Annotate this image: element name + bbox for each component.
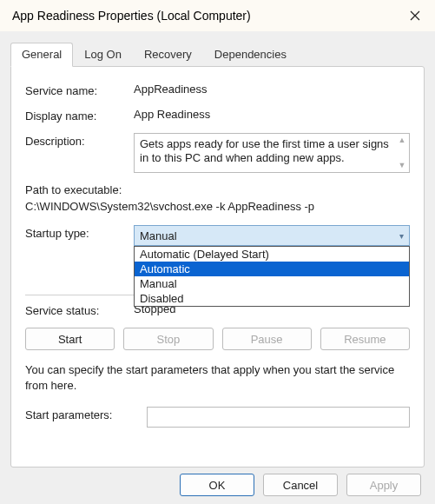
stop-button: Stop: [123, 328, 213, 350]
resume-button: Resume: [320, 328, 410, 350]
pause-button: Pause: [222, 328, 312, 350]
ok-button[interactable]: OK: [180, 474, 254, 496]
display-name-row: Display name: App Readiness: [25, 108, 410, 123]
startup-type-dropdown[interactable]: Automatic (Delayed Start) Automatic Manu…: [134, 246, 410, 307]
path-value: C:\WINDOWS\System32\svchost.exe -k AppRe…: [25, 200, 410, 213]
apply-button: Apply: [346, 474, 421, 496]
startup-type-label: Startup type:: [25, 225, 134, 240]
path-label: Path to executable:: [25, 183, 410, 196]
dialog-body: General Log On Recovery Dependencies Ser…: [0, 31, 435, 466]
startup-type-row: Startup type: Manual ▾ Automatic (Delaye…: [25, 225, 410, 246]
startup-type-selected: Manual: [140, 229, 177, 242]
description-box[interactable]: Gets apps ready for use the first time a…: [134, 133, 410, 173]
description-row: Description: Gets apps ready for use the…: [25, 133, 410, 173]
startup-type-select[interactable]: Manual ▾ Automatic (Delayed Start) Autom…: [134, 225, 410, 246]
scroll-up-icon[interactable]: ▲: [399, 136, 406, 145]
start-params-input[interactable]: [147, 407, 410, 428]
window-title: App Readiness Properties (Local Computer…: [12, 9, 251, 23]
start-params-row: Start parameters:: [25, 407, 410, 428]
startup-type-display[interactable]: Manual ▾: [134, 225, 410, 246]
startup-option-disabled[interactable]: Disabled: [135, 291, 409, 306]
service-name-value: AppReadiness: [134, 83, 410, 96]
tab-general[interactable]: General: [10, 43, 73, 67]
start-params-label: Start parameters:: [25, 407, 147, 421]
description-label: Description:: [25, 133, 134, 148]
tab-recovery[interactable]: Recovery: [133, 43, 203, 67]
dialog-footer: OK Cancel Apply: [0, 466, 435, 504]
display-name-label: Display name:: [25, 108, 134, 123]
service-status-label: Service status:: [25, 302, 134, 317]
startup-option-automatic[interactable]: Automatic: [135, 262, 409, 276]
display-name-value: App Readiness: [134, 108, 410, 121]
path-block: Path to executable: C:\WINDOWS\System32\…: [25, 183, 410, 213]
scroll-down-icon[interactable]: ▼: [399, 161, 406, 170]
service-name-row: Service name: AppReadiness: [25, 83, 410, 97]
description-scrollbar[interactable]: ▲ ▼: [397, 136, 407, 170]
service-name-label: Service name:: [25, 83, 134, 97]
startup-option-delayed[interactable]: Automatic (Delayed Start): [135, 247, 409, 262]
titlebar: App Readiness Properties (Local Computer…: [0, 0, 435, 31]
startup-option-manual[interactable]: Manual: [135, 276, 409, 291]
chevron-down-icon: ▾: [399, 231, 404, 241]
control-buttons: Start Stop Pause Resume: [25, 328, 410, 350]
tab-dependencies[interactable]: Dependencies: [203, 43, 298, 67]
tab-strip: General Log On Recovery Dependencies: [10, 42, 425, 66]
start-button[interactable]: Start: [25, 328, 115, 350]
tab-panel-general: Service name: AppReadiness Display name:…: [10, 66, 425, 468]
close-icon[interactable]: [402, 3, 428, 29]
cancel-button[interactable]: Cancel: [263, 474, 338, 496]
description-text: Gets apps ready for use the first time a…: [140, 137, 404, 166]
start-params-note: You can specify the start parameters tha…: [25, 362, 410, 393]
tab-log-on[interactable]: Log On: [73, 43, 133, 67]
